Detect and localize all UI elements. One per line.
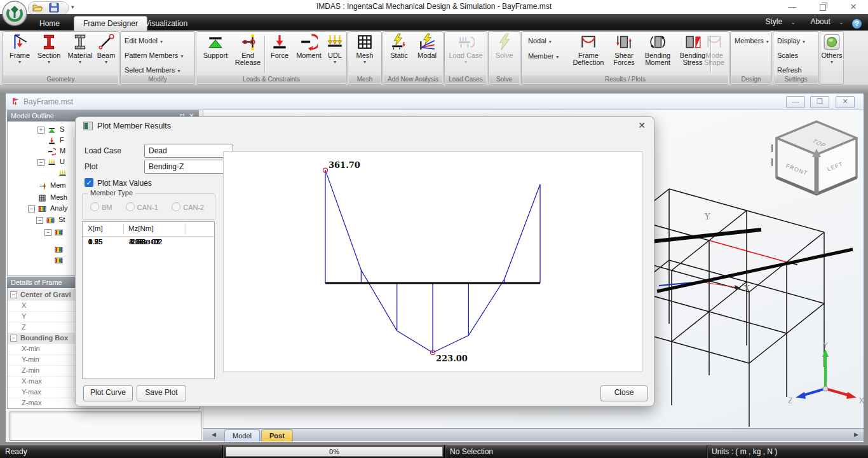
material-icon bbox=[71, 33, 89, 51]
udl-icon bbox=[58, 169, 67, 177]
udl-button[interactable]: UDL▾ bbox=[325, 33, 345, 74]
member-menu[interactable]: Member▾ bbox=[528, 52, 559, 60]
triad-z-label: Z bbox=[788, 396, 792, 405]
save-plot-button[interactable]: Save Plot bbox=[137, 385, 186, 401]
group-geometry: Frame▾ Section▾ Material▾ Beam▾ Geometry bbox=[2, 31, 119, 85]
radio-can1-label: CAN-1 bbox=[137, 204, 158, 211]
document-icon bbox=[11, 97, 20, 106]
dialog-close-icon[interactable]: ✕ bbox=[636, 120, 648, 130]
radio-can2 bbox=[172, 202, 180, 211]
doc-restore-button[interactable]: ❐ bbox=[810, 96, 829, 108]
dialog-title-bar[interactable]: Plot Member Results ✕ bbox=[76, 117, 654, 135]
section-button[interactable]: Section▾ bbox=[34, 33, 64, 74]
display-menu[interactable]: Display▾ bbox=[777, 37, 805, 45]
save-button[interactable] bbox=[48, 3, 60, 13]
app-logo-icon bbox=[2, 1, 27, 26]
triad-y-label: Y bbox=[823, 341, 828, 350]
moment-button[interactable]: Moment bbox=[293, 33, 325, 74]
restore-button[interactable] bbox=[813, 2, 832, 13]
select-members-menu[interactable]: Select Members▾ bbox=[125, 66, 180, 74]
tab-model[interactable]: Model bbox=[224, 429, 260, 441]
results-table: X[m] Mz[Nm] 03.62e+020.254.18e+010.5-1.5… bbox=[82, 221, 215, 379]
status-units: Units : ( m , kg , N ) bbox=[712, 447, 777, 456]
others-label: Others bbox=[821, 52, 842, 59]
analysis-icon bbox=[38, 205, 46, 213]
force-button[interactable]: Force bbox=[267, 33, 292, 74]
selected-member-highlight[interactable] bbox=[709, 240, 787, 262]
scales-menu[interactable]: Scales bbox=[777, 52, 798, 59]
load-case-value: Dead bbox=[149, 146, 167, 155]
help-icon[interactable]: ? bbox=[852, 19, 862, 29]
tab-post[interactable]: Post bbox=[261, 429, 293, 441]
tab-scroll-right[interactable]: ▶ bbox=[854, 431, 858, 438]
close-dialog-button[interactable]: Close bbox=[600, 385, 648, 401]
radio-can2-label: CAN-2 bbox=[183, 204, 204, 211]
static-label: Static bbox=[390, 52, 408, 59]
application-button[interactable] bbox=[2, 1, 27, 26]
plot-curve-button[interactable]: Plot Curve bbox=[83, 385, 133, 401]
expander-icon[interactable]: − bbox=[44, 229, 51, 236]
doc-minimize-button[interactable]: — bbox=[786, 96, 805, 108]
origin-x-label: X bbox=[744, 284, 750, 293]
support-icon bbox=[207, 33, 224, 51]
group-label-results: Results / Plots bbox=[522, 75, 728, 83]
moment-plot-panel: 361.70223.00 bbox=[223, 151, 642, 372]
qat-customize-button[interactable]: ▾ bbox=[71, 4, 74, 10]
expander-icon[interactable]: − bbox=[37, 159, 44, 166]
style-menu[interactable]: Style ⌄ bbox=[759, 17, 796, 26]
shear-forces-button[interactable]: Shear Forces bbox=[609, 33, 639, 74]
open-button[interactable] bbox=[32, 3, 43, 13]
table-row[interactable]: 1.53.17e+02 bbox=[83, 237, 214, 247]
end-release-button[interactable]: End Release bbox=[233, 33, 262, 74]
modal-analysis-icon bbox=[418, 33, 436, 51]
status-bar: Ready 0% No Selection Units : ( m , kg ,… bbox=[0, 445, 868, 458]
beam-button[interactable]: Beam▾ bbox=[95, 33, 117, 74]
title-bar: IMDAS : IngentaCal Mechanical Design & S… bbox=[0, 0, 868, 14]
tab-home[interactable]: Home bbox=[31, 17, 69, 31]
plot-max-values-checkbox[interactable]: ✓ bbox=[85, 178, 93, 187]
support-button[interactable]: Support bbox=[199, 33, 232, 74]
frame-deflection-label: Frame Deflection bbox=[569, 52, 608, 66]
edit-model-menu[interactable]: Edit Model▾ bbox=[125, 37, 163, 45]
modal-button[interactable]: Modal bbox=[414, 33, 440, 74]
window-title: IMDAS : IngentaCal Mechanical Design & S… bbox=[0, 2, 868, 11]
view-cube[interactable]: TOP FRONT LEFT bbox=[772, 121, 857, 194]
col-header-mz[interactable]: Mz[Nm] bbox=[128, 225, 154, 232]
material-button[interactable]: Material▾ bbox=[65, 33, 95, 74]
pattern-members-menu[interactable]: Pattern Members▾ bbox=[125, 52, 183, 59]
plot-type-combobox[interactable]: Bending-Z⌄ bbox=[144, 160, 233, 174]
frame-deflection-button[interactable]: Frame Deflection bbox=[569, 33, 608, 74]
frame-button[interactable]: Frame▾ bbox=[6, 33, 33, 74]
expander-icon[interactable]: − bbox=[36, 217, 43, 224]
tab-visualization[interactable]: Visualization bbox=[136, 17, 196, 31]
mode-shape-button: Mode Shape bbox=[700, 33, 729, 74]
group-label-load-cases: Load Cases bbox=[445, 75, 486, 83]
doc-close-button[interactable]: ✕ bbox=[836, 96, 855, 108]
members-menu[interactable]: Members▾ bbox=[735, 37, 769, 45]
application-window: IMDAS : IngentaCal Mechanical Design & S… bbox=[0, 0, 868, 458]
group-label-mesh: Mesh bbox=[349, 75, 381, 83]
group-separator bbox=[264, 36, 265, 73]
about-menu[interactable]: About ⌄ bbox=[804, 17, 843, 26]
expander-icon[interactable]: + bbox=[37, 127, 44, 134]
solve-icon bbox=[496, 33, 513, 51]
group-solve: Solve Solve bbox=[488, 31, 520, 85]
static-button[interactable]: Static bbox=[386, 33, 412, 74]
details-title: Details of Frame bbox=[11, 279, 62, 286]
nodal-menu[interactable]: Nodal▾ bbox=[528, 37, 552, 45]
close-button[interactable]: ✕ bbox=[844, 2, 863, 13]
minimize-button[interactable]: — bbox=[783, 2, 802, 13]
mesh-button[interactable]: Mesh▾ bbox=[352, 33, 377, 74]
section-icon bbox=[40, 33, 58, 51]
mode-shape-label: Mode Shape bbox=[700, 52, 729, 66]
group-loads-constraints: Support End Release Force Moment UDL▾ Lo… bbox=[196, 31, 347, 85]
bending-moment-button[interactable]: Bending Moment bbox=[640, 33, 675, 74]
frame-label: Frame bbox=[10, 52, 30, 59]
status-selection: No Selection bbox=[450, 447, 493, 456]
tab-scroll-left[interactable]: ◀ bbox=[212, 431, 216, 438]
load-case-combobox[interactable]: Dead⌄ bbox=[144, 144, 233, 158]
refresh-menu[interactable]: Refresh bbox=[777, 66, 802, 74]
others-button[interactable]: Others▾ bbox=[821, 33, 843, 74]
expander-icon[interactable]: − bbox=[28, 205, 35, 212]
col-header-x[interactable]: X[m] bbox=[88, 225, 103, 232]
